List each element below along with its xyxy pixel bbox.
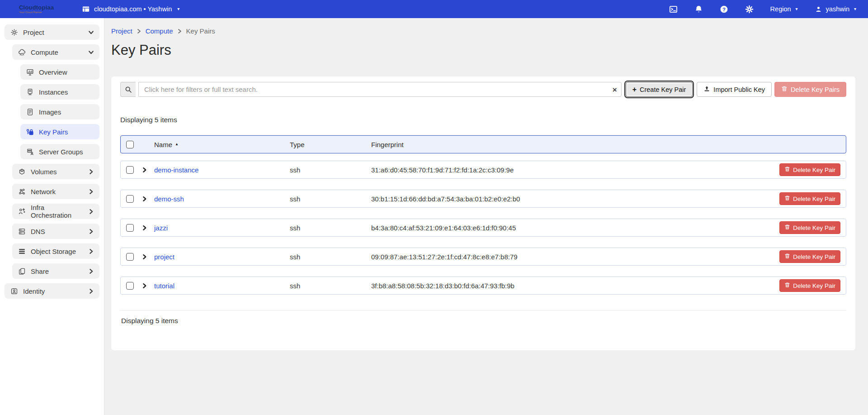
key-pair-fingerprint: 31:a6:d0:45:58:70:f1:9d:71:f2:fd:1a:2c:c… — [371, 166, 773, 174]
key-pair-name-link[interactable]: tutorial — [154, 282, 290, 290]
key-pair-fingerprint: 3f:b8:a8:58:08:5b:32:18:d3:b0:fd:6a:47:9… — [371, 282, 773, 290]
row-checkbox[interactable] — [126, 282, 134, 290]
sidebar-item-label: Identity — [23, 287, 45, 295]
column-header-name[interactable]: Name ▲ — [154, 141, 290, 148]
chevron-right-icon — [88, 268, 94, 274]
sidebar-item-label: Project — [23, 29, 44, 36]
key-pair-name-link[interactable]: project — [154, 253, 290, 261]
region-label: Region — [770, 5, 791, 13]
sidebar-item-instances[interactable]: Instances — [20, 84, 99, 100]
table-row: jazzi ssh b4:3a:80:c4:af:53:21:09:e1:64:… — [120, 219, 846, 237]
sidebar-item-project[interactable]: Project — [5, 24, 99, 40]
items-count: Displaying 5 items — [120, 116, 846, 124]
row-checkbox[interactable] — [126, 166, 134, 174]
sidebar-item-share[interactable]: Share — [12, 263, 99, 279]
create-key-pair-button[interactable]: + Create Key Pair — [626, 82, 693, 97]
sidebar-item-volumes[interactable]: Volumes — [12, 164, 99, 179]
sidebar-item-identity[interactable]: Identity — [5, 283, 99, 299]
key-pairs-icon — [26, 128, 34, 136]
breadcrumb: Project Compute Key Pairs — [111, 18, 855, 35]
sidebar-item-overview[interactable]: Overview — [20, 64, 99, 80]
select-all-checkbox[interactable] — [126, 141, 134, 148]
chevron-down-icon — [88, 49, 94, 55]
clear-search-icon[interactable]: × — [613, 86, 617, 93]
sort-asc-icon: ▲ — [175, 142, 179, 146]
sidebar-item-server-groups[interactable]: Server Groups — [20, 144, 99, 159]
delete-key-pair-button[interactable]: Delete Key Pair — [779, 163, 840, 176]
region-menu[interactable]: Region ▾ — [770, 5, 798, 13]
key-pair-type: ssh — [290, 224, 371, 232]
gear-icon[interactable] — [745, 5, 754, 14]
sidebar-item-label: Object Storage — [31, 248, 76, 255]
key-pair-name-link[interactable]: demo-ssh — [154, 195, 290, 203]
row-expander-icon[interactable] — [142, 283, 154, 289]
filter-search-input[interactable] — [138, 82, 622, 97]
sidebar-item-key-pairs[interactable]: Key Pairs — [20, 124, 99, 139]
row-expander-icon[interactable] — [142, 225, 154, 231]
chevron-right-icon — [88, 209, 94, 215]
row-checkbox[interactable] — [126, 224, 134, 232]
sidebar-item-object-storage[interactable]: Object Storage — [12, 243, 99, 259]
breadcrumb-project-link[interactable]: Project — [111, 27, 132, 35]
sidebar-item-label: Images — [39, 108, 61, 116]
server-groups-icon — [26, 148, 34, 156]
import-public-key-button[interactable]: Import Public Key — [697, 82, 772, 97]
sidebar-nav: Project Compute Overview Instances Image… — [0, 18, 104, 415]
trash-icon — [784, 224, 790, 231]
user-icon — [814, 5, 823, 14]
row-expander-icon[interactable] — [142, 167, 154, 173]
row-expander-icon[interactable] — [142, 196, 154, 202]
brand-logo[interactable]: Cloudtopiaa Your Cloud Partner — [0, 5, 81, 14]
key-pair-name-link[interactable]: jazzi — [154, 224, 290, 232]
table-row: project ssh 09:09:87:ae:13:51:27:2e:1f:c… — [120, 248, 846, 266]
chevron-right-icon — [88, 288, 94, 294]
sidebar-item-label: Share — [31, 267, 49, 275]
key-pair-fingerprint: 30:b1:15:1d:66:dd:bd:a7:54:3a:ba:01:b2:e… — [371, 195, 773, 203]
row-expander-icon[interactable] — [142, 254, 154, 260]
svg-text:?: ? — [722, 6, 726, 12]
table-body: demo-instance ssh 31:a6:d0:45:58:70:f1:9… — [120, 161, 846, 295]
sidebar-item-label: Compute — [31, 48, 58, 56]
key-pair-type: ssh — [290, 166, 371, 174]
identity-icon — [10, 287, 18, 295]
domain-project-switcher[interactable]: cloudtopiaa.com • Yashwin ▾ — [81, 5, 179, 14]
sidebar-item-images[interactable]: Images — [20, 104, 99, 119]
username-label: yashwin — [826, 5, 849, 13]
key-pair-name-link[interactable]: demo-instance — [154, 166, 290, 174]
infra-orchestration-icon — [18, 207, 26, 215]
trash-icon — [784, 195, 790, 202]
overview-icon — [26, 68, 34, 76]
delete-key-pair-button[interactable]: Delete Key Pair — [779, 221, 840, 234]
dns-icon — [18, 227, 26, 235]
delete-key-pair-button[interactable]: Delete Key Pair — [779, 192, 840, 205]
key-pair-type: ssh — [290, 195, 371, 203]
sidebar-item-network[interactable]: Network — [12, 184, 99, 199]
bell-icon[interactable] — [694, 5, 703, 14]
domain-icon — [81, 5, 90, 14]
network-icon — [18, 187, 26, 196]
row-checkbox[interactable] — [126, 195, 134, 203]
object-storage-icon — [18, 247, 26, 255]
breadcrumb-compute-link[interactable]: Compute — [146, 27, 173, 35]
sidebar-item-label: DNS — [31, 228, 45, 235]
sidebar-item-label: Key Pairs — [39, 128, 68, 136]
sidebar-item-dns[interactable]: DNS — [12, 224, 99, 239]
delete-key-pair-button[interactable]: Delete Key Pair — [779, 279, 840, 292]
sidebar-item-label: Volumes — [31, 168, 57, 176]
table-row: demo-instance ssh 31:a6:d0:45:58:70:f1:9… — [120, 161, 846, 179]
trash-icon — [784, 282, 790, 289]
user-menu[interactable]: yashwin ▾ — [814, 5, 856, 14]
help-icon[interactable]: ? — [720, 5, 729, 14]
console-icon[interactable] — [669, 5, 678, 14]
delete-key-pairs-button[interactable]: Delete Key Pairs — [774, 82, 846, 97]
trash-icon — [784, 253, 790, 260]
chevron-right-icon — [88, 248, 94, 254]
volumes-icon — [18, 167, 26, 176]
table-footer: Displaying 5 items — [120, 310, 846, 325]
row-checkbox[interactable] — [126, 253, 134, 261]
delete-key-pair-button[interactable]: Delete Key Pair — [779, 250, 840, 263]
sidebar-item-infra-orchestration[interactable]: Infra Orchestration — [12, 204, 99, 219]
sidebar-item-compute[interactable]: Compute — [12, 44, 99, 60]
sidebar-item-label: Overview — [39, 68, 67, 76]
trash-icon — [784, 166, 790, 173]
